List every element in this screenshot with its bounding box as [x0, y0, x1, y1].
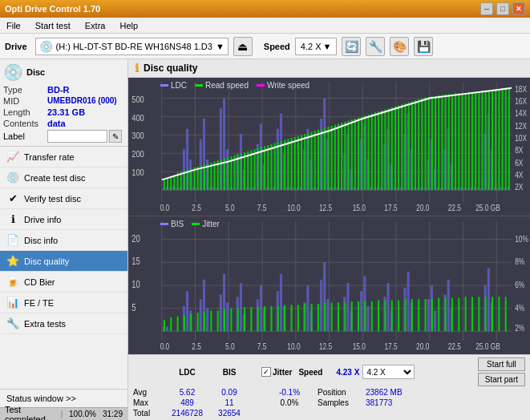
svg-rect-358 — [451, 298, 453, 332]
svg-rect-156 — [277, 142, 279, 190]
speed-selector[interactable]: 4.2 X ▼ — [295, 38, 338, 55]
save-button[interactable]: 💾 — [414, 37, 433, 56]
eject-button[interactable]: ⏏ — [233, 37, 253, 56]
svg-text:5.0: 5.0 — [225, 204, 235, 212]
svg-rect-357 — [445, 298, 447, 332]
disc-label-input[interactable] — [47, 130, 107, 143]
disc-type-label: Type — [3, 85, 47, 95]
disc-quality-header-icon: ℹ — [135, 62, 139, 75]
disc-label-edit-button[interactable]: ✎ — [109, 130, 122, 143]
svg-rect-340 — [331, 303, 333, 332]
svg-text:10: 10 — [131, 278, 140, 289]
drive-label: Drive — [5, 42, 27, 51]
stats-bar: LDC BIS ✓ Jitter Speed 4.23 X 4.2 X Star… — [128, 354, 530, 420]
legend-jitter-label: Jitter — [202, 220, 220, 228]
svg-rect-317 — [177, 317, 179, 332]
theme-button[interactable]: 🎨 — [390, 37, 409, 56]
legend-read-speed-dot — [195, 84, 203, 87]
jitter-checkbox[interactable]: ✓ — [261, 367, 271, 377]
svg-rect-215 — [475, 92, 476, 190]
svg-rect-342 — [344, 303, 346, 332]
svg-rect-363 — [485, 297, 487, 331]
avg-jitter: -0.1% — [261, 388, 318, 397]
sidebar-item-transfer-rate[interactable]: 📈 Transfer rate — [0, 147, 127, 168]
svg-rect-203 — [435, 96, 436, 190]
disc-label-row: Label ✎ — [3, 130, 124, 143]
menu-start-test[interactable]: Start test — [32, 20, 74, 31]
svg-rect-222 — [498, 90, 500, 190]
progress-bar-container: Test completed 100.0% 31:29 — [0, 407, 127, 420]
disc-header-label: Disc — [26, 67, 45, 77]
svg-rect-276 — [220, 294, 222, 331]
speed-dropdown[interactable]: 4.2 X — [362, 365, 415, 379]
svg-rect-174 — [338, 123, 339, 190]
menu-help[interactable]: Help — [116, 20, 141, 31]
sidebar-item-extra-tests[interactable]: 🔧 Extra tests — [0, 313, 127, 334]
svg-text:2%: 2% — [515, 323, 524, 333]
svg-rect-269 — [166, 327, 168, 332]
disc-contents-label: Contents — [3, 119, 47, 128]
svg-rect-195 — [408, 103, 410, 191]
sidebar-item-drive-info[interactable]: ℹ Drive info — [0, 209, 127, 230]
sidebar-item-verify-test-disc[interactable]: ✔ Verify test disc — [0, 188, 127, 209]
legend-ldc-label: LDC — [171, 81, 187, 90]
svg-text:20.0: 20.0 — [416, 341, 430, 352]
total-label: Total — [133, 409, 165, 418]
svg-rect-155 — [274, 143, 276, 191]
svg-rect-329 — [257, 307, 259, 331]
sidebar-item-disc-quality[interactable]: ⭐ Disc quality — [0, 251, 127, 272]
svg-rect-123 — [167, 178, 168, 190]
drivebar: Drive 💿 (H:) HL-DT-ST BD-RE WH16NS48 1.D… — [0, 34, 530, 59]
svg-rect-333 — [284, 305, 285, 331]
svg-rect-304 — [407, 272, 410, 332]
svg-rect-348 — [384, 301, 386, 332]
svg-text:15.0: 15.0 — [353, 204, 366, 212]
sidebar-item-disc-info[interactable]: 📄 Disc info — [0, 230, 127, 251]
max-label: Max — [133, 398, 165, 407]
svg-rect-332 — [277, 306, 279, 332]
svg-rect-362 — [478, 297, 479, 331]
svg-rect-201 — [428, 97, 430, 190]
svg-rect-361 — [471, 297, 473, 331]
svg-rect-197 — [415, 100, 416, 190]
maximize-button[interactable]: □ — [496, 2, 509, 15]
svg-rect-181 — [361, 116, 362, 190]
speed-label: Speed — [264, 42, 290, 51]
svg-rect-204 — [438, 95, 439, 190]
svg-text:14X: 14X — [515, 110, 527, 119]
svg-rect-223 — [502, 89, 504, 190]
drive-dropdown-arrow[interactable]: ▼ — [216, 42, 225, 51]
disc-length-label: Length — [3, 107, 47, 117]
stats-jitter-col: ✓ Jitter — [261, 367, 292, 377]
svg-text:10.0: 10.0 — [287, 204, 300, 212]
svg-rect-364 — [492, 297, 493, 331]
svg-rect-366 — [505, 297, 507, 331]
sidebar-item-cd-bier[interactable]: 🍺 CD Bier — [0, 272, 127, 293]
svg-rect-148 — [250, 150, 252, 190]
menu-extra[interactable]: Extra — [82, 20, 109, 31]
settings-button[interactable]: 🔧 — [366, 37, 385, 56]
svg-rect-323 — [217, 311, 219, 332]
svg-rect-353 — [418, 299, 419, 331]
svg-rect-193 — [401, 104, 403, 190]
sidebar-item-fe-te[interactable]: 📊 FE / TE — [0, 293, 127, 313]
close-button[interactable]: ✕ — [512, 2, 525, 15]
svg-rect-211 — [461, 93, 463, 190]
svg-rect-355 — [431, 299, 433, 331]
minimize-button[interactable]: ─ — [480, 2, 493, 15]
stats-speed-value: 4.23 X — [336, 368, 359, 377]
sidebar-item-create-test-disc[interactable]: 💿 Create test disc — [0, 168, 127, 188]
menu-file[interactable]: File — [3, 20, 24, 31]
svg-text:2.5: 2.5 — [192, 341, 201, 352]
start-part-button[interactable]: Start part — [478, 373, 525, 386]
legend-write-speed-dot — [257, 84, 265, 87]
legend-bis-dot — [160, 223, 168, 225]
svg-text:4%: 4% — [515, 302, 524, 313]
disc-quality-icon: ⭐ — [6, 255, 19, 267]
stats-speed-header: Speed — [298, 368, 334, 377]
start-full-button[interactable]: Start full — [478, 357, 525, 371]
svg-rect-146 — [244, 152, 245, 190]
refresh-button[interactable]: 🔄 — [342, 37, 361, 56]
svg-rect-125 — [173, 175, 175, 190]
start-buttons: Start full Start part — [478, 357, 525, 386]
